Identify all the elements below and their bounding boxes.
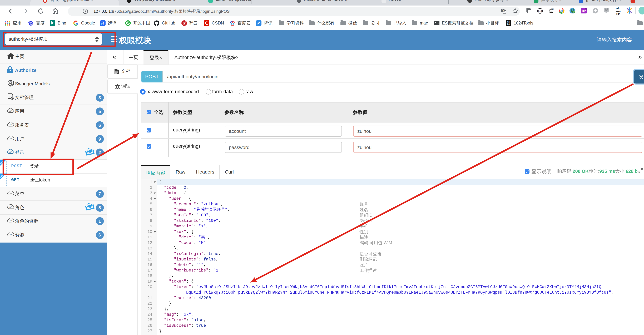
svg-text:API: API — [9, 192, 12, 194]
svg-text:API: API — [9, 234, 12, 236]
svg-text:API: API — [9, 124, 12, 126]
svg-text:{…}: {…} — [538, 10, 542, 12]
svg-text:G: G — [502, 9, 504, 12]
svg-text:A: A — [10, 81, 12, 83]
svg-text:API: API — [9, 138, 12, 140]
svg-text:API: API — [9, 206, 12, 208]
svg-text:du: du — [30, 23, 32, 25]
svg-text:API: API — [9, 110, 12, 112]
svg-text:API: API — [9, 151, 12, 153]
svg-text:API: API — [9, 220, 12, 222]
